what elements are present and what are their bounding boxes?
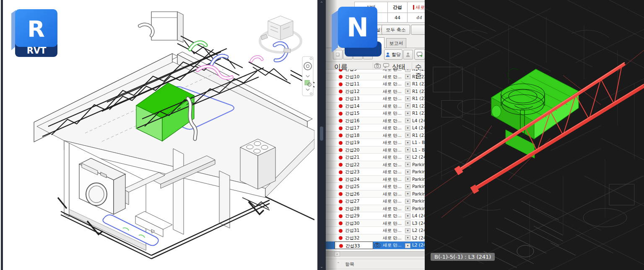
scroll-up-icon[interactable]: ⌃ [317, 1, 326, 6]
clash-row[interactable]: 간섭19새로 만...▾L1 - Bl [326, 139, 425, 147]
clash-row[interactable]: 간섭12새로 만...▾R1 (23 [326, 88, 425, 95]
scroll-down-icon[interactable]: ⌄ [317, 264, 326, 269]
navisworks-3d-view[interactable]: B(-1)-5(-1) : L3 (241) [425, 0, 644, 270]
clash-row[interactable]: 간섭10새로 만...▾R1 (23 [326, 73, 425, 81]
clash-name-cell[interactable]: 간섭23 [335, 168, 373, 175]
caret-down-icon[interactable]: ▾ [405, 69, 410, 72]
clash-level: R1 (23 [412, 81, 425, 86]
add-comment-button[interactable] [414, 49, 425, 60]
clash-name-cell[interactable]: 간섭33 [335, 242, 373, 249]
caret-down-icon[interactable]: ▾ [405, 155, 410, 160]
clash-row[interactable]: 간섭31새로 만...▾L2 (24 [326, 227, 425, 234]
caret-down-icon[interactable]: ▾ [405, 140, 410, 145]
clash-row[interactable]: 간섭27새로 만...▾Parkin [326, 198, 425, 205]
clash-name-cell[interactable]: 간섭17 [335, 124, 373, 131]
caret-down-icon[interactable]: ▾ [405, 74, 410, 79]
clash-status: 새로 만... [383, 103, 401, 109]
clash-row[interactable]: 간섭21새로 만...▾L2 (24 [326, 154, 425, 161]
caret-down-icon[interactable]: ▾ [405, 111, 410, 116]
clash-row[interactable]: 간섭24새로 만...▾Parkin [326, 176, 425, 183]
clash-row[interactable]: 간섭16새로 만...▾L4 (24 [326, 117, 425, 125]
items-section-header[interactable]: ⌃ 항목 [326, 259, 425, 269]
clash-row[interactable]: 간섭11새로 만...▾R1 (23 [326, 80, 425, 88]
clash-status: 새로 만... [383, 213, 401, 219]
clash-name-cell[interactable]: 간섭32 [335, 234, 373, 242]
vertical-scrollbar[interactable]: ⌃ ⌄ [317, 0, 326, 270]
caret-down-icon[interactable]: ▾ [405, 162, 410, 167]
caret-down-icon[interactable]: ▾ [405, 235, 410, 240]
caret-down-icon[interactable]: ▾ [405, 228, 410, 233]
clash-row[interactable]: 간섭22새로 만...▾Parkin [326, 161, 425, 169]
caret-down-icon[interactable]: ▾ [405, 191, 410, 196]
clash-row[interactable]: 간섭17새로 만...▾L4 (24 [326, 124, 425, 132]
clash-name-cell[interactable]: 간섭21 [335, 154, 373, 161]
caret-down-icon[interactable]: ▾ [405, 170, 410, 175]
tab-report[interactable]: 보고서 [386, 38, 406, 48]
clash-table-header[interactable]: 이름 상태 수준 [326, 62, 425, 69]
clash-row[interactable]: 간섭29새로 만...▾L4 (24 [326, 212, 425, 220]
comment-plus-icon [417, 52, 423, 57]
clash-row[interactable]: 간섭33새로 만...▾L2 (24 [326, 242, 425, 249]
caret-down-icon[interactable]: ▾ [405, 96, 410, 101]
clash-name-cell[interactable]: 간섭10 [335, 73, 373, 80]
clash-name-cell[interactable]: 간섭11 [335, 80, 373, 87]
screen: R RVT ⌃ ⌄ 상태 간섭 새로 44 44 모두 재설정 [0, 0, 644, 270]
clash-name-cell[interactable]: 간섭25 [335, 183, 373, 190]
clash-row[interactable]: 간섭14새로 만...▾R1 (23 [326, 103, 425, 110]
clash-name-cell[interactable]: 간섭28 [335, 205, 373, 212]
clipped-button[interactable] [411, 25, 425, 35]
caret-down-icon[interactable]: ▾ [405, 126, 410, 131]
clash-name-cell[interactable]: 간섭30 [335, 220, 373, 227]
scroll-left-icon[interactable]: ‹ [334, 252, 340, 257]
clash-row[interactable]: 간섭13새로 만...▾R1 (23 [326, 95, 425, 103]
caret-down-icon[interactable]: ▾ [405, 184, 410, 189]
clash-row[interactable]: 간섭26새로 만...▾Parkin [326, 190, 425, 198]
unassign-button[interactable] [403, 50, 413, 59]
col-status-label[interactable]: 상태 [392, 63, 405, 72]
caret-down-icon[interactable]: ▾ [405, 213, 410, 219]
clash-name-cell[interactable]: 간섭26 [335, 190, 373, 198]
clash-row[interactable]: 간섭25새로 만...▾Parkin [326, 183, 425, 190]
clash-name-cell[interactable]: 간섭15 [335, 110, 373, 117]
caret-down-icon[interactable]: ▾ [405, 118, 410, 123]
caret-down-icon[interactable]: ▾ [405, 133, 410, 138]
col-level-label[interactable]: 수준 [415, 63, 425, 80]
clash-name-cell[interactable]: 간섭16 [335, 117, 373, 124]
clash-name-cell[interactable]: 간섭22 [335, 161, 373, 168]
clash-row[interactable]: 간섭15새로 만...▾R1 (23 [326, 110, 425, 117]
caret-down-icon[interactable]: ▾ [405, 243, 410, 248]
clash-list[interactable]: 간섭9새로 만...▾R1 (23간섭10새로 만...▾R1 (23간섭11새… [326, 69, 425, 251]
clash-row[interactable]: 간섭32새로 만...▾L2 (24 [326, 234, 425, 242]
horizontal-scrollbar[interactable]: ‹ [326, 251, 425, 257]
clash-name-cell[interactable]: 간섭29 [335, 212, 373, 219]
assign-button[interactable]: 할당 [384, 49, 402, 60]
caret-down-icon[interactable]: ▾ [405, 199, 410, 204]
clash-name-cell[interactable]: 간섭27 [335, 198, 373, 205]
clash-name: 간섭25 [345, 184, 359, 190]
clash-row[interactable]: 간섭18새로 만...▾R1 (23 [326, 132, 425, 139]
caret-down-icon[interactable]: ▾ [405, 177, 410, 182]
col-name-label[interactable]: 이름 [334, 63, 348, 72]
collapse-section-icon[interactable]: ⌃ [337, 262, 340, 266]
clash-row[interactable]: 간섭28새로 만...▾Parkin [326, 205, 425, 213]
clash-row[interactable]: 간섭23새로 만...▾Parkin [326, 168, 425, 176]
clash-name-cell[interactable]: 간섭31 [335, 227, 373, 234]
clash-name-cell[interactable]: 간섭13 [335, 95, 373, 102]
clash-name-cell[interactable]: 간섭19 [335, 139, 373, 146]
clash-name-cell[interactable]: 간섭12 [335, 88, 373, 95]
clash-row[interactable]: 간섭30새로 만...▾L3 (24 [326, 220, 425, 227]
caret-down-icon[interactable]: ▾ [405, 206, 410, 211]
caret-down-icon[interactable]: ▾ [405, 89, 410, 94]
caret-down-icon[interactable]: ▾ [405, 221, 410, 226]
caret-down-icon[interactable]: ▾ [405, 103, 410, 108]
clash-name: 간섭33 [345, 243, 360, 249]
caret-down-icon[interactable]: ▾ [405, 82, 410, 87]
clash-name-cell[interactable]: 간섭18 [335, 132, 373, 139]
clash-name-cell[interactable]: 간섭20 [335, 147, 373, 154]
caret-down-icon[interactable]: ▾ [405, 147, 410, 152]
clash-name-cell[interactable]: 간섭14 [335, 103, 373, 110]
collapse-all-button[interactable]: 모두 축소 [382, 25, 410, 35]
scrollbar-thumb[interactable] [320, 126, 323, 141]
clash-name-cell[interactable]: 간섭24 [335, 176, 373, 183]
clash-row[interactable]: 간섭20새로 만...▾L1 - Bl [326, 147, 425, 154]
